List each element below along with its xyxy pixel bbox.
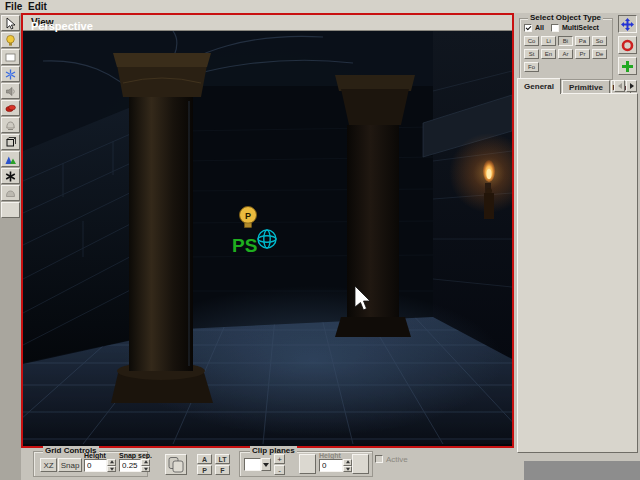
overlap-rects-button[interactable] xyxy=(165,454,187,475)
grid-height-label: Height xyxy=(84,452,106,459)
viewport-frame: View Perspective xyxy=(21,13,514,448)
menu-file[interactable]: File xyxy=(2,1,25,12)
all-checkbox[interactable] xyxy=(524,24,532,32)
multiselect-checkbox[interactable] xyxy=(551,24,559,32)
lamp-tool-button[interactable] xyxy=(1,117,20,133)
move-tool-button[interactable] xyxy=(618,15,637,33)
view-p-button[interactable]: P xyxy=(197,465,212,475)
view-a-button[interactable]: A xyxy=(197,454,212,464)
right-arrow-icon xyxy=(630,83,634,89)
mesh-tool-button[interactable] xyxy=(1,134,20,150)
right-panel: Select Object Type All MultiSelect Co Li… xyxy=(515,13,640,480)
type-button-st[interactable]: St xyxy=(524,49,539,59)
snap-sep-spinner xyxy=(141,459,150,472)
green-plus-icon xyxy=(620,59,635,74)
model-tool-button[interactable] xyxy=(1,100,20,116)
select-object-type-title: Select Object Type xyxy=(528,13,603,22)
spin-down-button[interactable] xyxy=(141,466,150,473)
view-f-button[interactable]: F xyxy=(215,465,230,475)
clip-add-button[interactable]: + xyxy=(274,454,285,464)
dropdown-arrow-icon xyxy=(263,463,269,467)
light-bulb-icon xyxy=(4,34,17,47)
dungeon-scene: P PS xyxy=(23,31,512,446)
spin-down-button[interactable] xyxy=(107,466,116,473)
type-button-de[interactable]: De xyxy=(592,49,607,59)
lamp-bell-icon xyxy=(4,119,17,132)
left-toolbar xyxy=(0,13,21,480)
tab-primitive[interactable]: Primitive xyxy=(562,80,610,94)
xz-plane-button[interactable]: XZ xyxy=(40,458,57,472)
dome-icon xyxy=(4,187,17,200)
clip-plane-dropdown[interactable] xyxy=(244,458,261,471)
multiselect-label: MultiSelect xyxy=(562,24,599,31)
terrain-tool-button[interactable] xyxy=(1,151,20,167)
left-arrow-icon xyxy=(618,83,622,89)
bottom-right-filler xyxy=(524,461,640,480)
type-button-fo[interactable]: Fo xyxy=(524,62,539,72)
viewport-menubar: View xyxy=(23,15,512,31)
active-label: Active xyxy=(386,455,408,464)
checkmark-icon xyxy=(526,25,532,31)
general-tab-panel xyxy=(517,93,638,453)
selection-label: PS xyxy=(232,235,257,256)
tab-scroll-right-button[interactable] xyxy=(626,80,637,92)
empty-tool-button[interactable] xyxy=(1,202,20,218)
light-gizmo-label: P xyxy=(245,211,251,221)
level-editor-window: File Edit View Pers xyxy=(0,0,640,480)
type-button-co[interactable]: Co xyxy=(524,36,539,46)
tab-general[interactable]: General xyxy=(517,78,561,94)
type-button-pa[interactable]: Pa xyxy=(575,36,590,46)
move-arrows-icon xyxy=(620,17,635,32)
snap-sep-label: Snap sep. xyxy=(119,452,152,459)
dome-tool-button[interactable] xyxy=(1,185,20,201)
perspective-label: Perspective xyxy=(31,20,93,32)
clip-height-label: Height xyxy=(319,452,341,459)
menu-edit[interactable]: Edit xyxy=(25,1,50,12)
clip-remove-button[interactable]: - xyxy=(274,465,285,475)
terrain-shapes-icon xyxy=(4,153,17,166)
type-button-so[interactable]: So xyxy=(592,36,607,46)
type-button-pr[interactable]: Pr xyxy=(575,49,590,59)
overlapping-rectangles-icon xyxy=(167,456,185,474)
model-mesh-red-icon xyxy=(4,102,17,115)
view-lt-button[interactable]: LT xyxy=(215,454,230,464)
3d-scene-canvas[interactable]: P PS xyxy=(23,31,512,446)
clip-height-field[interactable] xyxy=(319,459,343,472)
type-button-ar[interactable]: Ar xyxy=(558,49,573,59)
clip-height-spinner xyxy=(343,459,352,472)
clip-plane-dropdown-button[interactable] xyxy=(261,458,271,471)
snap-button[interactable]: Snap xyxy=(58,458,82,472)
clip-blank-button-2[interactable] xyxy=(352,454,369,474)
select-tool-button[interactable] xyxy=(1,15,20,31)
plane-tool-button[interactable] xyxy=(1,49,20,65)
select-cursor-icon xyxy=(4,17,17,30)
cube-brackets-icon xyxy=(4,136,17,149)
speaker-icon xyxy=(4,85,17,98)
sound-tool-button[interactable] xyxy=(1,83,20,99)
rotate-tool-button[interactable] xyxy=(618,36,637,54)
light-tool-button[interactable] xyxy=(1,32,20,48)
asterisk-icon xyxy=(4,170,17,183)
particle-tool-button[interactable] xyxy=(1,66,20,82)
clip-blank-button-1[interactable] xyxy=(299,454,316,474)
tab-scroll-left-button[interactable] xyxy=(614,80,625,92)
plane-icon xyxy=(4,51,17,64)
snap-sep-field[interactable] xyxy=(119,459,141,472)
type-button-en[interactable]: En xyxy=(541,49,556,59)
menu-bar: File Edit xyxy=(0,0,640,13)
type-button-bi[interactable]: Bi xyxy=(558,36,573,46)
type-button-li[interactable]: Li xyxy=(541,36,556,46)
grid-height-field[interactable] xyxy=(84,459,107,472)
grid-height-spinner xyxy=(107,459,116,472)
active-checkbox[interactable] xyxy=(375,455,383,463)
spin-down-button[interactable] xyxy=(343,466,352,473)
all-label: All xyxy=(535,24,544,31)
star-tool-button[interactable] xyxy=(1,168,20,184)
add-tool-button[interactable] xyxy=(618,57,637,75)
particle-snowflake-icon xyxy=(4,68,17,81)
rotate-circle-icon xyxy=(620,38,635,53)
